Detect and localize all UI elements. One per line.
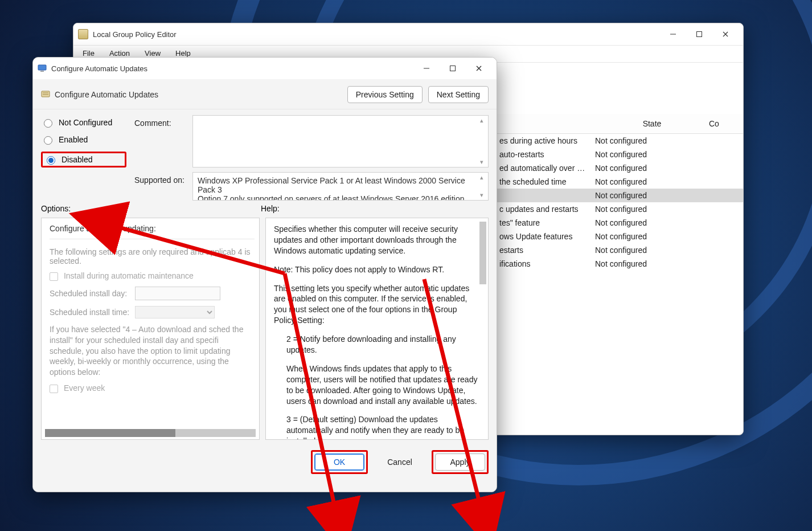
comment-value: [193, 116, 488, 122]
gp-setting-name: ed automatically over metered...: [495, 164, 590, 173]
state-radio-group: Not Configured Enabled Disabled: [41, 115, 126, 201]
radio-not-configured[interactable]: Not Configured: [41, 117, 126, 128]
gp-app-icon: [78, 29, 88, 39]
radio-not-configured-label: Not Configured: [59, 118, 112, 127]
gp-setting-name: es during active hours: [495, 136, 590, 145]
radio-enabled[interactable]: Enabled: [41, 134, 126, 145]
gp-col-co[interactable]: Co: [709, 119, 743, 128]
every-week-checkbox: [50, 385, 58, 393]
gp-setting-name: tes" feature: [495, 218, 590, 227]
gp-setting-state: Not configured: [590, 259, 709, 268]
help-p2: Note: This policy does not apply to Wind…: [274, 264, 480, 275]
gp-setting-name: estarts: [495, 246, 590, 255]
supported-on-box: Windows XP Professional Service Pack 1 o…: [192, 172, 489, 201]
scroll-up-icon[interactable]: ▴: [480, 117, 487, 124]
help-p6: 3 = (Default setting) Download the updat…: [274, 414, 480, 440]
apply-button[interactable]: Apply: [435, 454, 485, 471]
policy-header-icon: [41, 90, 50, 99]
every-week-row: Every week: [50, 383, 255, 393]
options-panel: Configure automatic updating: The follow…: [41, 218, 260, 440]
options-heading: Configure automatic updating:: [50, 224, 255, 233]
scheduled-install-day-row: Scheduled install day:: [50, 287, 255, 300]
radio-enabled-label: Enabled: [59, 135, 88, 144]
help-p5: When Windows finds updates that apply to…: [274, 363, 480, 407]
gp-setting-name: auto-restarts: [495, 150, 590, 159]
next-setting-button[interactable]: Next Setting: [428, 86, 489, 103]
options-para4: If you have selected "4 – Auto download …: [50, 324, 255, 378]
gp-setting-row[interactable]: es during active hoursNot configured: [495, 134, 743, 148]
cancel-button[interactable]: Cancel: [375, 450, 425, 474]
dialog-titlebar[interactable]: Configure Automatic Updates: [33, 58, 497, 79]
radio-disabled-input[interactable]: [47, 156, 55, 165]
dialog-header-title: Configure Automatic Updates: [55, 90, 158, 99]
sched-day-label: Scheduled install day:: [50, 288, 127, 297]
scroll-up-icon[interactable]: ▴: [480, 174, 487, 181]
dialog-minimize-button[interactable]: [413, 58, 440, 79]
gp-setting-row[interactable]: tes" featureNot configured: [495, 216, 743, 230]
gp-setting-row[interactable]: ificationsNot configured: [495, 257, 743, 271]
radio-not-configured-input[interactable]: [44, 119, 52, 128]
scroll-down-icon[interactable]: ▾: [480, 158, 487, 166]
help-vertical-scrollbar[interactable]: [479, 222, 486, 284]
gp-setting-state: Not configured: [590, 150, 709, 159]
gp-setting-row[interactable]: c updates and restartsNot configured: [495, 202, 743, 216]
supported-on-text: Windows XP Professional Service Pack 1 o…: [193, 173, 488, 201]
dialog-maximize-button[interactable]: [440, 58, 466, 79]
gp-setting-row[interactable]: ows Update featuresNot configured: [495, 230, 743, 243]
gp-col-state[interactable]: State: [595, 119, 709, 128]
sched-time-select: [135, 306, 215, 318]
radio-enabled-input[interactable]: [44, 136, 52, 145]
gp-setting-state: Not configured: [590, 164, 709, 173]
scroll-down-icon[interactable]: ▾: [480, 191, 487, 199]
svg-rect-7: [450, 66, 456, 71]
apply-highlight: Apply: [432, 450, 489, 474]
gp-setting-row[interactable]: Not configured: [495, 189, 743, 202]
gp-setting-row[interactable]: estartsNot configured: [495, 243, 743, 257]
gp-setting-row[interactable]: the scheduled timeNot configured: [495, 175, 743, 189]
gp-title-text: Local Group Policy Editor: [93, 30, 177, 39]
sched-time-label: Scheduled install time:: [50, 307, 129, 316]
svg-rect-4: [38, 65, 46, 70]
scheduled-install-time-row: Scheduled install time:: [50, 306, 255, 318]
help-p1: Specifies whether this computer will rec…: [274, 224, 480, 256]
help-label: Help:: [257, 204, 489, 213]
gp-setting-row[interactable]: ed automatically over metered...Not conf…: [495, 161, 743, 175]
gp-setting-name: ifications: [495, 259, 590, 268]
radio-disabled[interactable]: Disabled: [44, 154, 122, 165]
svg-rect-10: [42, 91, 50, 97]
options-note: The following settings are only required…: [50, 247, 255, 266]
gp-titlebar[interactable]: Local Group Policy Editor: [73, 23, 743, 46]
gp-setting-name: ows Update features: [495, 232, 590, 241]
ok-cancel-highlight: OK: [311, 450, 368, 474]
gp-setting-row[interactable]: auto-restartsNot configured: [495, 148, 743, 161]
gp-setting-name: the scheduled time: [495, 177, 590, 186]
gp-close-button[interactable]: [712, 23, 739, 45]
comment-label: Comment:: [134, 115, 186, 128]
options-scroll-thumb[interactable]: [45, 429, 175, 437]
gp-maximize-button[interactable]: [686, 23, 712, 45]
dialog-close-button[interactable]: [466, 58, 492, 79]
ok-button[interactable]: OK: [314, 454, 364, 471]
gp-setting-state: Not configured: [590, 205, 709, 214]
gp-minimize-button[interactable]: [660, 23, 686, 45]
options-horizontal-scrollbar[interactable]: [45, 429, 256, 437]
dialog-button-bar: OK Cancel Apply: [33, 440, 497, 483]
gp-setting-state: Not configured: [590, 246, 709, 255]
install-during-maintenance: Install during automatic maintenance: [50, 271, 255, 281]
previous-setting-button[interactable]: Previous Setting: [347, 86, 423, 103]
svg-rect-1: [697, 32, 702, 37]
help-panel[interactable]: Specifies whether this computer will rec…: [265, 218, 489, 440]
gp-setting-name: c updates and restarts: [495, 205, 590, 214]
configure-updates-dialog: Configure Automatic Updates Configure Au…: [32, 57, 497, 492]
gp-setting-state: Not configured: [590, 191, 709, 200]
gp-setting-state: Not configured: [590, 232, 709, 241]
svg-rect-5: [40, 71, 44, 72]
radio-disabled-highlight: Disabled: [41, 152, 126, 168]
comment-textarea[interactable]: ▴▾: [192, 115, 489, 168]
gp-setting-state: Not configured: [590, 218, 709, 227]
sched-day-input: [135, 287, 220, 300]
install-maint-checkbox: [50, 272, 58, 281]
help-p4: 2 = Notify before downloading and instal…: [274, 334, 480, 356]
policy-icon: [38, 64, 47, 73]
dialog-title-text: Configure Automatic Updates: [51, 64, 147, 73]
